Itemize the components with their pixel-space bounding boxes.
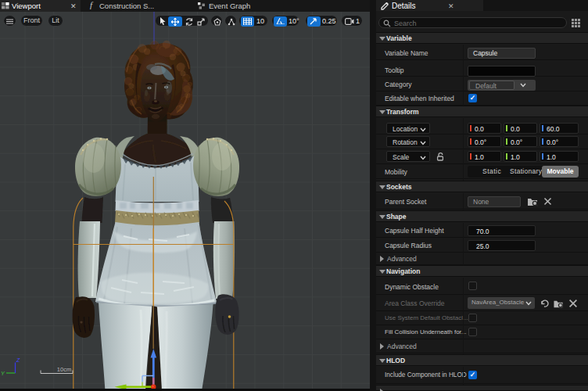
svg-text:Z: Z bbox=[16, 357, 20, 363]
svg-text:10cm: 10cm bbox=[57, 366, 71, 373]
